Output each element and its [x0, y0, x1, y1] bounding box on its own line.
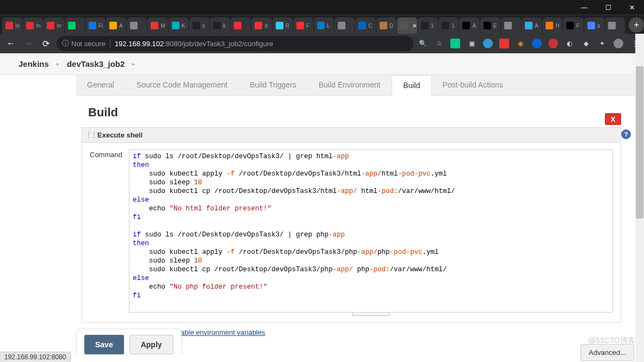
apply-button[interactable]: Apply [129, 335, 174, 354]
tab-close-icon[interactable]: ✕ [412, 23, 417, 29]
favicon-icon [276, 22, 283, 29]
tab-label: 1 [431, 23, 434, 29]
favicon-icon [68, 22, 76, 29]
new-tab-button[interactable]: + [629, 17, 644, 33]
favicon-icon [109, 22, 117, 29]
favicon-icon [255, 22, 262, 29]
scroll-thumb[interactable] [636, 66, 643, 219]
tab-label: D [389, 23, 393, 29]
tab-scm[interactable]: Source Code Management [126, 75, 239, 95]
favicon-icon [587, 22, 595, 29]
tab-label: E [493, 23, 497, 29]
ext-icon-7[interactable] [548, 39, 558, 48]
browser-tab[interactable]: In [44, 17, 64, 34]
browser-tab[interactable]: d [251, 17, 271, 34]
save-button[interactable]: Save [84, 335, 124, 354]
build-step-execute-shell: ⋮⋮ Execute shell Command if sudo ls /roo… [82, 127, 621, 323]
browser-tab[interactable] [605, 17, 625, 34]
browser-tab[interactable]: D [376, 17, 397, 34]
browser-tab[interactable]: H [542, 17, 562, 34]
ext-icon-9[interactable]: ◆ [581, 39, 591, 48]
browser-tab[interactable]: 1 [418, 17, 438, 34]
browser-tab[interactable]: s [189, 17, 209, 34]
url-input[interactable]: ⓘ Not secure 192.168.99.102:8080/job/dev… [57, 36, 413, 51]
tab-post-build[interactable]: Post-build Actions [432, 75, 515, 95]
favicon-icon [442, 22, 449, 29]
zoom-icon[interactable]: 🔍 [418, 39, 428, 48]
tab-label: Fi [98, 23, 103, 29]
browser-tab[interactable]: C [355, 17, 375, 34]
sidebar-spacer [0, 75, 76, 362]
window-maximize-button[interactable] [596, 0, 620, 15]
tab-label: F [306, 23, 309, 29]
bookmark-icon[interactable]: ☆ [434, 39, 444, 48]
delete-step-button[interactable]: X [605, 113, 621, 125]
ext-icon-8[interactable]: ◐ [565, 39, 574, 48]
browser-tab[interactable]: E [480, 17, 500, 34]
ext-icon-1[interactable] [450, 39, 460, 48]
tab-label: In [36, 23, 40, 29]
help-icon[interactable]: ? [621, 129, 631, 139]
browser-tab[interactable]: a [584, 17, 604, 34]
browser-tab[interactable]: A [106, 17, 126, 34]
browser-tab[interactable]: 1 [438, 17, 459, 34]
tab-environment[interactable]: Build Environment [308, 75, 392, 95]
ext-icon-4[interactable] [499, 39, 509, 48]
favicon-icon [5, 22, 13, 29]
ext-icon-2[interactable]: ▣ [467, 39, 476, 48]
browser-tab[interactable]: A [522, 17, 542, 34]
tab-triggers[interactable]: Build Triggers [239, 75, 308, 95]
back-button[interactable]: ← [4, 37, 17, 50]
browser-tab[interactable]: A [459, 17, 479, 34]
step-header[interactable]: ⋮⋮ Execute shell [82, 128, 621, 143]
browser-tab[interactable]: L [314, 17, 334, 34]
tab-label: s [202, 23, 205, 29]
favicon-icon [380, 22, 387, 29]
resize-handle[interactable] [352, 313, 390, 316]
tab-label: In [15, 23, 20, 29]
tab-general[interactable]: General [76, 75, 126, 95]
tab-label: 1 [451, 23, 455, 29]
tab-build[interactable]: Build [392, 75, 431, 96]
browser-tab[interactable] [501, 17, 521, 34]
scrollbar[interactable] [635, 34, 644, 362]
ext-icon-6[interactable] [532, 39, 542, 48]
breadcrumb-job[interactable]: devTask3_job2 [59, 59, 132, 68]
favicon-icon [504, 22, 512, 29]
config-tabs: General Source Code Management Build Tri… [76, 75, 639, 96]
browser-tab[interactable] [335, 17, 355, 34]
window-close-button[interactable] [620, 0, 644, 15]
favicon-icon [358, 22, 366, 29]
reload-button[interactable]: ⟳ [39, 37, 52, 50]
browser-tab[interactable]: In [2, 17, 22, 34]
browser-tab[interactable]: K [169, 17, 189, 34]
tab-label: In [57, 23, 61, 29]
profile-avatar[interactable] [614, 39, 623, 48]
browser-tab[interactable] [65, 17, 85, 34]
breadcrumb-jenkins[interactable]: Jenkins [11, 59, 57, 68]
extensions-icon[interactable]: ✦ [597, 39, 607, 48]
browser-tab[interactable]: In [23, 17, 43, 34]
ext-icon-5[interactable]: ◉ [516, 39, 525, 48]
browser-tab[interactable]: Fi [85, 17, 106, 34]
advanced-button[interactable]: Advanced... [580, 344, 634, 361]
favicon-icon [151, 22, 158, 29]
browser-tab[interactable]: M [147, 17, 168, 34]
drag-handle-icon[interactable]: ⋮⋮ [85, 131, 96, 139]
watermark: @51CTO博客 [588, 336, 635, 346]
browser-tab[interactable]: F [293, 17, 313, 34]
window-minimize-button[interactable] [572, 0, 596, 15]
favicon-icon [26, 22, 34, 29]
command-textarea[interactable]: if sudo ls /root/Desktop/devOpsTask3/ | … [129, 149, 613, 313]
forward-button[interactable]: → [22, 37, 35, 50]
tab-label: A [472, 23, 476, 29]
ext-icon-3[interactable] [483, 39, 493, 48]
favicon-icon [546, 22, 553, 29]
browser-tab[interactable]: F [563, 17, 583, 34]
browser-tab[interactable]: ✕ [397, 17, 417, 34]
browser-tab[interactable]: R [273, 17, 293, 34]
browser-tab[interactable]: k [210, 17, 230, 34]
browser-tab[interactable] [127, 17, 147, 34]
browser-tab[interactable] [231, 17, 251, 34]
tab-label: C [368, 23, 372, 29]
